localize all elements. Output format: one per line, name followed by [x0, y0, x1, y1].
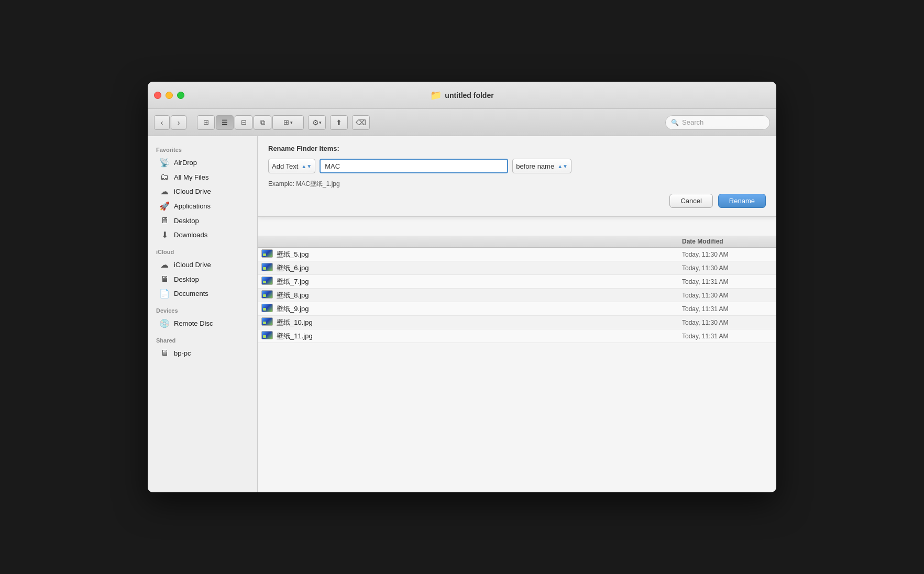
action-select-label: Add Text [272, 162, 298, 170]
desktop-icon: 🖥 [159, 216, 170, 225]
tag-button[interactable]: ⌫ [352, 115, 370, 130]
main-content: Favorites 📡 AirDrop 🗂 All My Files ☁ iCl… [148, 136, 776, 492]
icon-view-icon: ⊞ [203, 118, 209, 126]
shared-section-label: Shared [148, 331, 257, 346]
sidebar-item-desktop-icloud[interactable]: 🖥 Desktop [151, 272, 254, 286]
minimize-button[interactable] [166, 92, 173, 99]
column-view-button[interactable]: ⊟ [235, 115, 252, 130]
back-button[interactable]: ‹ [154, 115, 170, 130]
search-input[interactable] [682, 118, 764, 126]
column-name-header [258, 238, 682, 245]
gear-chevron-icon: ▾ [319, 120, 322, 125]
nav-buttons: ‹ › [154, 115, 186, 130]
sidebar-item-label-icloud-fav: iCloud Drive [174, 187, 211, 195]
file-date: Today, 11:31 AM [682, 305, 776, 313]
sidebar-item-downloads[interactable]: ⬇ Downloads [151, 228, 254, 242]
favorites-section-label: Favorites [148, 140, 257, 155]
file-date: Today, 11:30 AM [682, 251, 776, 258]
search-bar[interactable]: 🔍 [665, 115, 770, 130]
view-options-button[interactable]: ⊞ ▾ [272, 115, 304, 130]
rename-controls: Add Text ▲▼ before name ▲▼ [268, 159, 766, 173]
file-icon [258, 304, 277, 314]
sidebar-item-label-applications: Applications [174, 202, 211, 210]
sidebar-item-desktop[interactable]: 🖥 Desktop [151, 214, 254, 227]
rename-dialog-buttons: Cancel Rename [268, 194, 766, 208]
file-date: Today, 11:31 AM [682, 278, 776, 285]
file-icon [258, 249, 277, 259]
cover-flow-button[interactable]: ⧉ [254, 115, 271, 130]
gear-button[interactable]: ⚙ ▾ [308, 115, 326, 130]
file-date: Today, 11:30 AM [682, 319, 776, 326]
list-view-icon: ☰ [222, 118, 228, 126]
arrange-icon: ⊞ [283, 118, 289, 126]
icon-view-button[interactable]: ⊞ [197, 115, 215, 130]
sidebar-item-airdrop[interactable]: 📡 AirDrop [151, 156, 254, 170]
position-select[interactable]: before name ▲▼ [512, 159, 571, 173]
sidebar-item-label-documents: Documents [174, 290, 208, 297]
cancel-button[interactable]: Cancel [669, 194, 712, 208]
tag-icon: ⌫ [356, 118, 366, 127]
rename-dialog-title: Rename Finder Items: [268, 145, 766, 152]
sidebar-item-label-all-files: All My Files [174, 173, 208, 181]
action-select-arrow-icon: ▲▼ [301, 163, 312, 169]
airdrop-icon: 📡 [159, 158, 170, 168]
folder-icon: 📁 [430, 90, 442, 101]
file-name: 壁纸_11.jpg [277, 332, 682, 341]
file-icon [258, 290, 277, 300]
file-name: 壁纸_8.jpg [277, 291, 682, 300]
finder-window: 📁 untitled folder ‹ › ⊞ ☰ ⊟ ⧉ [148, 82, 776, 492]
toolbar: ‹ › ⊞ ☰ ⊟ ⧉ ⊞ ▾ ⚙ ▾ [148, 109, 776, 136]
file-name: 壁纸_9.jpg [277, 304, 682, 314]
applications-icon: 🚀 [159, 201, 170, 211]
devices-section-label: Devices [148, 301, 257, 316]
table-row[interactable]: 壁纸_7.jpg Today, 11:31 AM [258, 275, 776, 289]
cover-flow-icon: ⧉ [260, 118, 265, 127]
icloud-fav-icon: ☁ [159, 186, 170, 196]
sidebar-item-label-shared-pc: bp-pc [174, 349, 191, 357]
column-view-icon: ⊟ [241, 118, 247, 126]
sidebar-item-documents[interactable]: 📄 Documents [151, 286, 254, 301]
file-date: Today, 11:31 AM [682, 333, 776, 340]
share-button[interactable]: ⬆ [330, 115, 348, 130]
sidebar-item-label-icloud-drive: iCloud Drive [174, 261, 211, 269]
file-date: Today, 11:30 AM [682, 264, 776, 272]
position-select-label: before name [516, 162, 554, 170]
sidebar: Favorites 📡 AirDrop 🗂 All My Files ☁ iCl… [148, 136, 258, 492]
share-icon: ⬆ [336, 118, 342, 127]
file-rows: 壁纸_5.jpg Today, 11:30 AM 壁纸_6.jpg Today,… [258, 248, 776, 492]
sidebar-item-label-desktop-icloud: Desktop [174, 275, 199, 283]
list-view-button[interactable]: ☰ [216, 115, 234, 130]
table-row[interactable]: 壁纸_11.jpg Today, 11:31 AM [258, 329, 776, 343]
search-icon: 🔍 [671, 119, 679, 126]
forward-button[interactable]: › [171, 115, 186, 130]
table-row[interactable]: 壁纸_10.jpg Today, 11:30 AM [258, 316, 776, 329]
fullscreen-button[interactable] [177, 92, 184, 99]
sidebar-item-label-airdrop: AirDrop [174, 159, 197, 167]
file-name: 壁纸_7.jpg [277, 277, 682, 286]
sidebar-item-icloud-drive[interactable]: ☁ iCloud Drive [151, 258, 254, 272]
sidebar-item-all-my-files[interactable]: 🗂 All My Files [151, 170, 254, 184]
sidebar-item-label-downloads: Downloads [174, 231, 207, 239]
table-row[interactable]: 壁纸_9.jpg Today, 11:31 AM [258, 302, 776, 316]
sidebar-item-icloud-drive-fav[interactable]: ☁ iCloud Drive [151, 184, 254, 198]
close-button[interactable] [154, 92, 161, 99]
sidebar-item-label-desktop: Desktop [174, 217, 199, 225]
table-row[interactable]: 壁纸_8.jpg Today, 11:30 AM [258, 289, 776, 302]
window-title-text: untitled folder [445, 91, 493, 100]
file-name: 壁纸_6.jpg [277, 263, 682, 273]
table-row[interactable]: 壁纸_6.jpg Today, 11:30 AM [258, 261, 776, 275]
rename-dialog: Rename Finder Items: Add Text ▲▼ before … [258, 136, 776, 217]
rename-button[interactable]: Rename [718, 194, 766, 208]
sidebar-item-label-remote-disc: Remote Disc [174, 319, 213, 327]
table-row[interactable]: 壁纸_5.jpg Today, 11:30 AM [258, 248, 776, 261]
action-select[interactable]: Add Text ▲▼ [268, 159, 315, 173]
file-icon [258, 263, 277, 273]
file-date: Today, 11:30 AM [682, 292, 776, 299]
sidebar-item-shared-pc[interactable]: 🖥 bp-pc [151, 346, 254, 360]
sidebar-item-applications[interactable]: 🚀 Applications [151, 199, 254, 213]
rename-text-input[interactable] [320, 159, 508, 173]
downloads-icon: ⬇ [159, 230, 170, 240]
column-header: Date Modified [258, 236, 776, 248]
column-date-header: Date Modified [682, 238, 776, 245]
sidebar-item-remote-disc[interactable]: 💿 Remote Disc [151, 316, 254, 330]
